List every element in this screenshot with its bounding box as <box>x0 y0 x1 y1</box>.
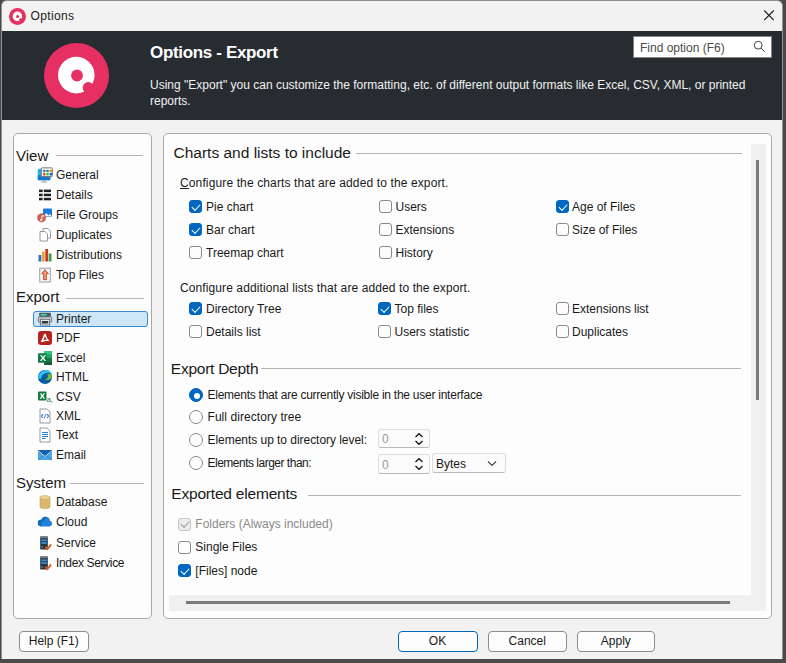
svg-text:a,: a, <box>46 394 53 403</box>
